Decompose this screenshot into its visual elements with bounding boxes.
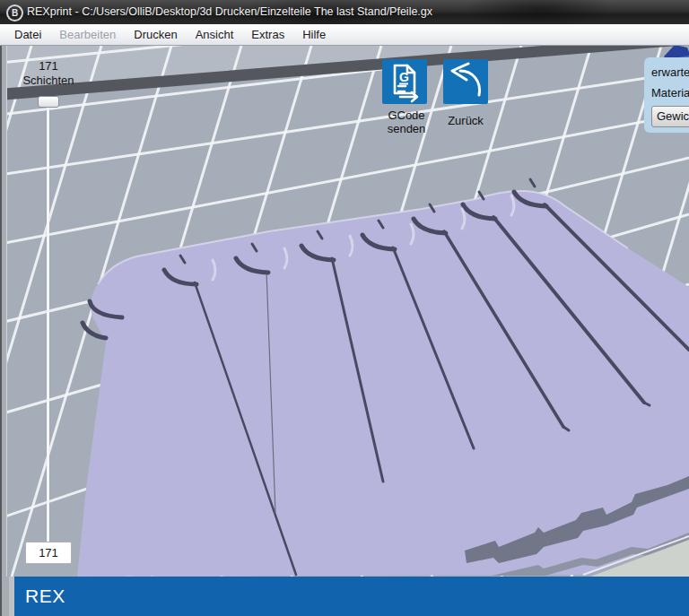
back-button[interactable] — [443, 59, 488, 104]
window-frame-bottom-left — [0, 577, 14, 616]
layer-count-number: 171 — [13, 59, 84, 74]
app-logo-icon: B — [6, 4, 23, 22]
menu-item-bearbeiten: Bearbeiten — [50, 25, 125, 44]
gcode-document-icon: G — [382, 59, 427, 104]
gcode-send-button[interactable]: G — [382, 59, 427, 104]
menu-item-datei[interactable]: Datei — [5, 25, 50, 44]
back-button-label: Zurück — [430, 114, 501, 127]
info-panel-material-label: Material — [651, 85, 689, 100]
layer-slider-handle[interactable] — [38, 96, 59, 108]
menu-item-ansicht[interactable]: Ansicht — [187, 25, 243, 44]
window-frame-left — [0, 46, 7, 577]
footer-bar: REX — [14, 577, 689, 616]
undo-arrow-icon — [443, 59, 488, 104]
layer-count-caption: 171 Schichten — [13, 59, 84, 88]
menu-bar: Datei Bearbeiten Drucken Ansicht Extras … — [0, 24, 689, 46]
layer-slider-value: 171 — [25, 542, 72, 564]
layer-slider-track[interactable] — [47, 106, 49, 542]
menu-item-drucken[interactable]: Drucken — [125, 25, 186, 44]
viewport-3d-scene[interactable] — [7, 46, 689, 577]
weight-button[interactable]: Gewicht — [651, 106, 689, 127]
title-bar[interactable]: B REXprint - C:/Users/OlliB/Desktop/3d D… — [0, 0, 689, 25]
svg-text:G: G — [399, 70, 409, 84]
layer-count-unit: Schichten — [13, 74, 84, 88]
menu-item-hilfe[interactable]: Hilfe — [293, 25, 335, 44]
footer-brand: REX — [25, 586, 65, 607]
window-title: REXprint - C:/Users/OlliB/Desktop/3d Dru… — [27, 0, 432, 24]
menu-item-extras[interactable]: Extras — [242, 25, 293, 44]
info-panel-expected-label: erwartet — [651, 65, 689, 80]
info-panel: erwartet Material Gewicht — [644, 57, 689, 133]
rexprint-window: B REXprint - C:/Users/OlliB/Desktop/3d D… — [0, 0, 689, 616]
